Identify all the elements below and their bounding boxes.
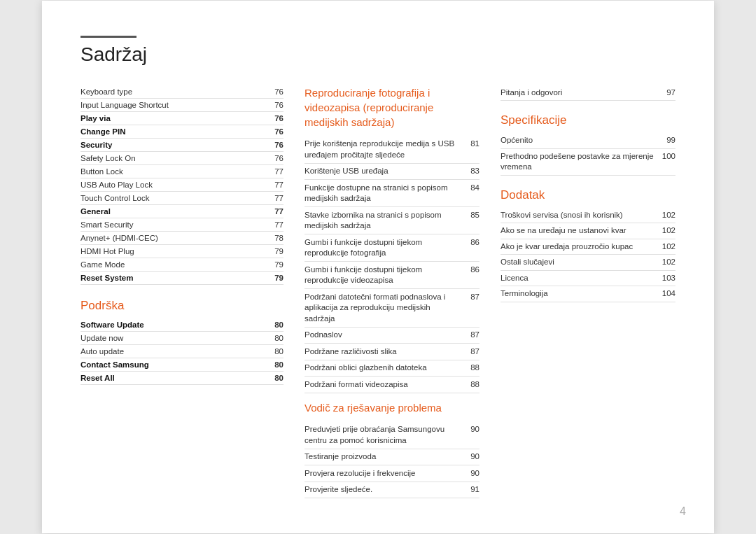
toc-label: Input Language Shortcut (80, 101, 270, 109)
mid-toc-num: 90 (465, 469, 479, 477)
right-toc-row: Ostali slučajevi102 (500, 255, 676, 271)
toc-row: Change PIN76 (80, 125, 284, 139)
toc-section-support: Podrška Software Update80Update now80Aut… (80, 299, 284, 385)
toc-num: 77 (270, 207, 284, 216)
right-toc-row: Terminologija104 (500, 286, 676, 302)
right-toc-row: Općenito99 (500, 133, 676, 149)
toc-label: Keyboard type (80, 87, 270, 96)
toc-row: Button Lock77 (80, 165, 284, 178)
mid-toc-row: Provjera rezolucije i frekvencije90 (304, 465, 479, 482)
mid-toc-row: Stavke izbornika na stranici s popisom m… (304, 207, 479, 234)
toc-num: 80 (270, 347, 284, 356)
mid-toc-label: Podržani datotečni formati podnaslova i … (304, 292, 465, 325)
toc-row: Game Mode79 (80, 258, 284, 272)
right-toc-label: Općenito (500, 135, 662, 146)
mid-section: Reproduciranje fotografija i videozapisa… (304, 85, 479, 393)
toc-num: 79 (270, 274, 284, 282)
mid-toc-row: Korištenje USB uređaja83 (304, 164, 479, 181)
toc-num: 76 (270, 87, 284, 96)
toc-row: Anynet+ (HDMI-CEC)78 (80, 232, 284, 245)
toc-label: Game Mode (80, 260, 270, 269)
mid-toc-num: 84 (465, 183, 479, 192)
mid-toc-label: Gumbi i funkcije dostupni tijekom reprod… (304, 237, 465, 259)
mid-toc-num: 81 (465, 139, 479, 148)
support-heading: Podrška (80, 299, 284, 313)
toc-label: Anynet+ (HDMI-CEC) (80, 234, 270, 242)
right-toc-num: 97 (662, 88, 676, 97)
mid-toc-label: Testiranje proizvoda (304, 451, 465, 463)
toc-label: Safety Lock On (80, 154, 270, 162)
right-toc-num: 102 (662, 226, 676, 234)
toc-row: Update now80 (80, 332, 284, 345)
toc-label: USB Auto Play Lock (80, 181, 270, 189)
toc-label: Play via (80, 114, 270, 122)
page: Sadržaj Keyboard type76Input Language Sh… (42, 1, 714, 534)
toc-label: Security (80, 141, 270, 149)
toc-row: Smart Security77 (80, 218, 284, 232)
mid-toc-row: Gumbi i funkcije dostupni tijekom reprod… (304, 234, 479, 262)
toc-row: Reset All80 (80, 372, 284, 385)
right-toc-num: 99 (662, 136, 676, 144)
toc-label: Smart Security (80, 220, 270, 229)
toc-num: 76 (270, 114, 284, 122)
mid-toc-label: Podržani formati videozapisa (304, 379, 465, 391)
toc-num: 76 (270, 141, 284, 149)
mid-toc-row: Podnaslov87 (304, 328, 479, 344)
right-toc-row: Licenca103 (500, 271, 676, 287)
mid-toc-num: 86 (465, 265, 479, 274)
page-number: 4 (680, 505, 686, 518)
toc-section-main: Keyboard type76Input Language Shortcut76… (80, 85, 284, 285)
mid-toc-label: Podržane različivosti slika (304, 346, 465, 358)
mid-section: Vodič za rješavanje problemaPreduvjeti p… (304, 400, 479, 499)
mid-toc-label: Stavke izbornika na stranici s popisom m… (304, 210, 465, 232)
right-toc-label: Ako se na uređaju ne ustanovi kvar (500, 225, 662, 237)
mid-toc-num: 87 (465, 347, 479, 356)
mid-section-title: Vodič za rješavanje problema (304, 400, 479, 415)
mid-toc-num: 90 (465, 425, 479, 433)
toc-num: 77 (270, 220, 284, 229)
toc-num: 76 (270, 127, 284, 136)
toc-row: General77 (80, 205, 284, 218)
right-toc-label: Prethodno podešene postavke za mjerenje … (500, 151, 662, 173)
toc-label: Reset System (80, 274, 270, 282)
toc-label: Reset All (80, 374, 270, 382)
right-toc-label: Pitanja i odgovori (500, 87, 662, 99)
right-toc-row: Ako je kvar uređaja prouzročio kupac102 (500, 239, 676, 255)
toc-num: 79 (270, 247, 284, 255)
mid-toc-row: Podržani formati videozapisa88 (304, 377, 479, 393)
toc-row: HDMI Hot Plug79 (80, 245, 284, 258)
mid-toc-row: Podržane različivosti slika87 (304, 344, 479, 360)
toc-label: Contact Samsung (80, 360, 270, 369)
toc-num: 77 (270, 194, 284, 202)
toc-num: 80 (270, 360, 284, 369)
right-column: Pitanja i odgovori97SpecifikacijeOpćenit… (500, 85, 676, 506)
right-top-row: Pitanja i odgovori97 (500, 85, 676, 101)
right-section-heading: Dodatak (500, 188, 676, 202)
mid-toc-label: Korištenje USB uređaja (304, 166, 465, 177)
toc-label: HDMI Hot Plug (80, 247, 270, 255)
mid-toc-num: 88 (465, 380, 479, 388)
mid-toc-num: 88 (465, 363, 479, 372)
mid-toc-label: Podržani oblici glazbenih datoteka (304, 363, 465, 374)
mid-toc-num: 87 (465, 330, 479, 339)
toc-row: Contact Samsung80 (80, 358, 284, 372)
right-toc-label: Ako je kvar uređaja prouzročio kupac (500, 241, 662, 253)
mid-toc-label: Preduvjeti prije obraćanja Samsungovu ce… (304, 424, 465, 446)
right-toc-label: Licenca (500, 273, 662, 284)
right-toc-label: Ostali slučajevi (500, 257, 662, 268)
right-toc-label: Troškovi servisa (snosi ih korisnik) (500, 210, 662, 221)
toc-label: Touch Control Lock (80, 194, 270, 202)
middle-column: Reproduciranje fotografija i videozapisa… (304, 85, 479, 506)
page-title: Sadržaj (80, 43, 676, 66)
toc-num: 80 (270, 321, 284, 329)
left-column: Keyboard type76Input Language Shortcut76… (80, 85, 284, 506)
right-toc-num: 104 (662, 289, 676, 297)
toc-label: Button Lock (80, 167, 270, 176)
right-toc-num: 102 (662, 258, 676, 266)
right-toc-num: 102 (662, 242, 676, 251)
mid-toc-row: Preduvjeti prije obraćanja Samsungovu ce… (304, 422, 479, 449)
title-bar (80, 36, 136, 38)
toc-row: Software Update80 (80, 318, 284, 332)
right-toc-label: Terminologija (500, 288, 662, 300)
toc-row: Reset System79 (80, 272, 284, 285)
